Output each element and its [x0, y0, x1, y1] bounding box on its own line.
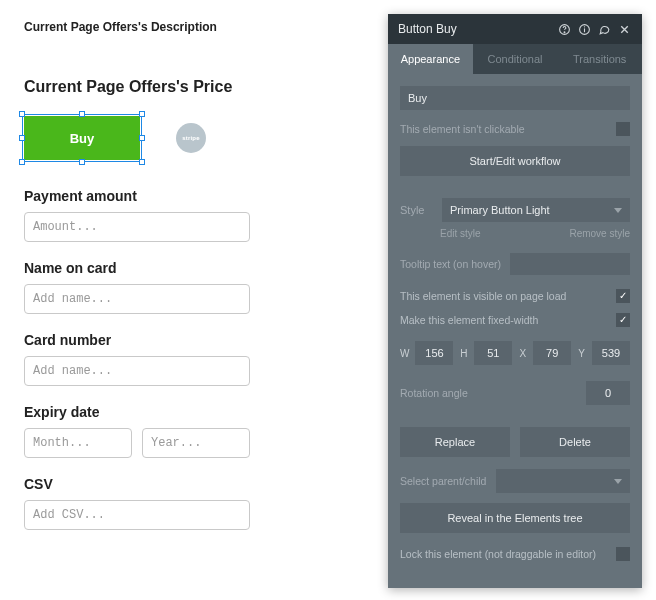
name-on-card-input[interactable]: [24, 284, 250, 314]
h-label: H: [459, 348, 468, 359]
field-expiry: Expiry date: [24, 404, 376, 458]
style-label: Style: [400, 204, 434, 216]
style-select-value: Primary Button Light: [450, 204, 550, 216]
card-number-input[interactable]: [24, 356, 250, 386]
style-select[interactable]: Primary Button Light: [442, 198, 630, 222]
edit-style-link[interactable]: Edit style: [440, 228, 481, 239]
close-icon[interactable]: [616, 21, 632, 37]
field-payment-amount: Payment amount: [24, 188, 376, 242]
reveal-in-tree-button[interactable]: Reveal in the Elements tree: [400, 503, 630, 533]
panel-body: This element isn't clickable Start/Edit …: [388, 74, 642, 588]
element-name-input[interactable]: [400, 86, 630, 110]
delete-button[interactable]: Delete: [520, 427, 630, 457]
y-input[interactable]: [592, 341, 630, 365]
start-edit-workflow-button[interactable]: Start/Edit workflow: [400, 146, 630, 176]
fixed-width-checkbox[interactable]: [616, 313, 630, 327]
svg-rect-3: [583, 28, 584, 32]
stripe-icon[interactable]: stripe: [176, 123, 206, 153]
x-label: X: [518, 348, 527, 359]
buy-button[interactable]: Buy: [24, 116, 140, 160]
svg-point-1: [564, 31, 565, 32]
x-input[interactable]: [533, 341, 571, 365]
expiry-label: Expiry date: [24, 404, 376, 420]
field-card-number: Card number: [24, 332, 376, 386]
height-input[interactable]: [474, 341, 512, 365]
editor-canvas: Current Page Offers's Description Curren…: [0, 0, 400, 568]
expiry-month-input[interactable]: [24, 428, 132, 458]
csv-input[interactable]: [24, 500, 250, 530]
rotation-label: Rotation angle: [400, 387, 578, 399]
help-icon[interactable]: [556, 21, 572, 37]
description-label: Current Page Offers's Description: [24, 20, 376, 34]
visible-on-load-label: This element is visible on page load: [400, 290, 608, 302]
y-label: Y: [577, 348, 586, 359]
buy-row: Buy stripe: [24, 116, 376, 160]
panel-header[interactable]: Button Buy: [388, 14, 642, 44]
comment-icon[interactable]: [596, 21, 612, 37]
card-number-label: Card number: [24, 332, 376, 348]
remove-style-link[interactable]: Remove style: [569, 228, 630, 239]
tab-appearance[interactable]: Appearance: [388, 44, 473, 74]
tab-transitions[interactable]: Transitions: [557, 44, 642, 74]
csv-label: CSV: [24, 476, 376, 492]
payment-amount-input[interactable]: [24, 212, 250, 242]
field-name-on-card: Name on card: [24, 260, 376, 314]
not-clickable-label: This element isn't clickable: [400, 123, 608, 135]
not-clickable-checkbox[interactable]: [616, 122, 630, 136]
fixed-width-label: Make this element fixed-width: [400, 314, 608, 326]
tooltip-input[interactable]: [510, 253, 630, 275]
price-label: Current Page Offers's Price: [24, 78, 376, 96]
panel-tabs: Appearance Conditional Transitions: [388, 44, 642, 74]
svg-point-4: [583, 26, 584, 27]
info-icon[interactable]: [576, 21, 592, 37]
width-input[interactable]: [415, 341, 453, 365]
expiry-year-input[interactable]: [142, 428, 250, 458]
buy-button-selection[interactable]: Buy: [24, 116, 140, 160]
chevron-down-icon: [614, 208, 622, 213]
property-panel: Button Buy Appearance Conditional Transi…: [388, 14, 642, 588]
rotation-input[interactable]: [586, 381, 630, 405]
field-csv: CSV: [24, 476, 376, 530]
stripe-icon-label: stripe: [182, 135, 200, 141]
tab-conditional[interactable]: Conditional: [473, 44, 558, 74]
panel-title: Button Buy: [398, 22, 552, 36]
lock-checkbox[interactable]: [616, 547, 630, 561]
w-label: W: [400, 348, 409, 359]
visible-on-load-checkbox[interactable]: [616, 289, 630, 303]
chevron-down-icon: [614, 479, 622, 484]
payment-amount-label: Payment amount: [24, 188, 376, 204]
lock-label: Lock this element (not draggable in edit…: [400, 548, 608, 560]
select-parent-label: Select parent/child: [400, 475, 486, 487]
select-parent-dropdown[interactable]: [496, 469, 630, 493]
tooltip-label: Tooltip text (on hover): [400, 258, 502, 270]
replace-button[interactable]: Replace: [400, 427, 510, 457]
name-on-card-label: Name on card: [24, 260, 376, 276]
